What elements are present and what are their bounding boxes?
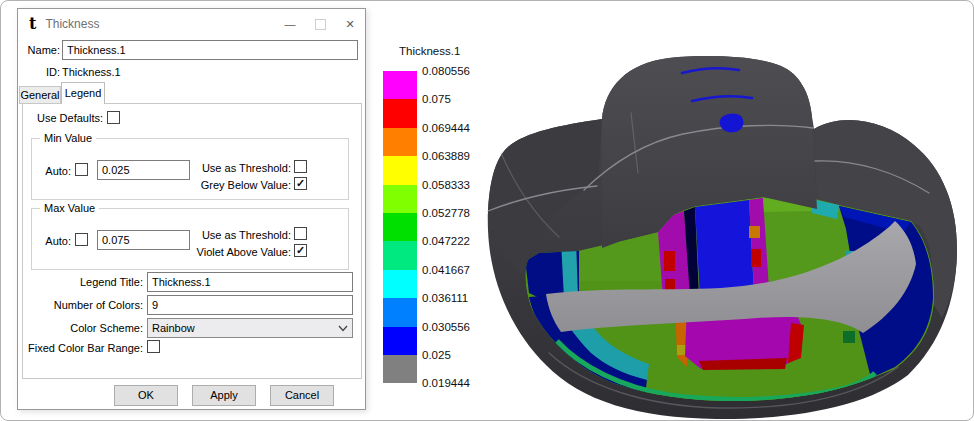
legend-tick-label: 0.052778 (422, 207, 470, 219)
legend-tick-label: 0.041667 (422, 264, 470, 276)
legend-tick-label: 0.025 (422, 349, 451, 361)
id-value: Thickness.1 (62, 66, 121, 79)
max-threshold-label: Use as Threshold: (152, 229, 291, 242)
min-auto-checkbox[interactable] (75, 163, 88, 176)
num-colors-input[interactable] (147, 295, 353, 315)
max-threshold-checkbox[interactable] (294, 227, 307, 240)
legend-tick-label: 0.069444 (422, 122, 470, 134)
color-scheme-dropdown[interactable]: Rainbow (147, 318, 353, 338)
legend-color-block (383, 71, 417, 99)
thickness-dialog: t Thickness — ✕ Name: ID: Thickness.1 Ge… (17, 8, 366, 410)
legend-title-label: Legend Title: (43, 276, 143, 289)
dialog-titlebar[interactable]: t Thickness — ✕ (18, 9, 365, 39)
chevron-down-icon (338, 325, 348, 332)
apply-button[interactable]: Apply (192, 385, 256, 406)
legend-color-block (383, 327, 417, 355)
legend-color-block (383, 185, 417, 213)
min-threshold-label: Use as Threshold: (152, 162, 291, 175)
tab-general[interactable]: General (19, 86, 61, 104)
legend-tick-label: 0.075 (422, 93, 451, 105)
legend-color-block (383, 156, 417, 184)
violet-above-checkbox[interactable]: ✓ (294, 244, 307, 257)
fixed-range-checkbox[interactable] (147, 340, 160, 353)
legend-tick-label: 0.080556 (422, 65, 470, 77)
num-colors-label: Number of Colors: (43, 299, 143, 312)
use-defaults-label: Use Defaults: (34, 112, 103, 125)
grey-below-label: Grey Below Value: (152, 179, 291, 192)
max-auto-label: Auto: (40, 235, 71, 248)
legend-color-block (383, 298, 417, 326)
tab-legend[interactable]: Legend (61, 82, 105, 104)
legend-color-block (383, 99, 417, 127)
dialog-title: Thickness (45, 17, 275, 31)
violet-above-label: Violet Above Value: (152, 246, 291, 259)
ok-button[interactable]: OK (114, 385, 178, 406)
min-threshold-checkbox[interactable] (294, 160, 307, 173)
maximize-icon (315, 19, 326, 30)
name-label: Name: (24, 44, 60, 57)
legend-tab-panel: Use Defaults: Min Value Auto: Use as Thr… (22, 103, 362, 379)
id-label: ID: (24, 66, 60, 79)
legend-color-block (383, 270, 417, 298)
max-value-group: Max Value Auto: Use as Threshold: Violet… (31, 208, 349, 270)
screenshot-root: Thickness.1 0.0805560.0750.0694440.06388… (0, 0, 974, 421)
legend-color-block (383, 128, 417, 156)
maximize-button (305, 11, 335, 37)
legend-tick-label: 0.058333 (422, 179, 470, 191)
color-scheme-value: Rainbow (152, 322, 338, 334)
min-auto-label: Auto: (40, 165, 71, 178)
grey-below-checkbox[interactable]: ✓ (294, 177, 307, 190)
name-input[interactable] (62, 40, 358, 60)
fixed-range-label: Fixed Color Bar Range: (27, 342, 143, 355)
close-button[interactable]: ✕ (335, 11, 365, 37)
minimize-button[interactable]: — (275, 11, 305, 37)
legend-color-block (383, 241, 417, 269)
legend-color-block (383, 355, 417, 383)
legend-tick-label: 0.036111 (422, 292, 468, 304)
use-defaults-checkbox[interactable] (107, 111, 120, 124)
legend-tick-label: 0.019444 (422, 377, 470, 389)
legend-tick-label: 0.047222 (422, 235, 470, 247)
legend-tick-label: 0.030556 (422, 321, 470, 333)
max-value-caption: Max Value (40, 202, 99, 214)
max-auto-checkbox[interactable] (75, 233, 88, 246)
app-icon: t (29, 16, 36, 32)
min-value-caption: Min Value (40, 132, 96, 144)
legend-title: Thickness.1 (399, 45, 479, 57)
min-value-group: Min Value Auto: Use as Threshold: Grey B… (31, 138, 349, 200)
color-scheme-label: Color Scheme: (43, 322, 143, 335)
legend-tick-label: 0.063889 (422, 150, 470, 162)
legend-title-input[interactable] (147, 272, 353, 292)
cancel-button[interactable]: Cancel (270, 385, 334, 406)
legend-color-block (383, 213, 417, 241)
